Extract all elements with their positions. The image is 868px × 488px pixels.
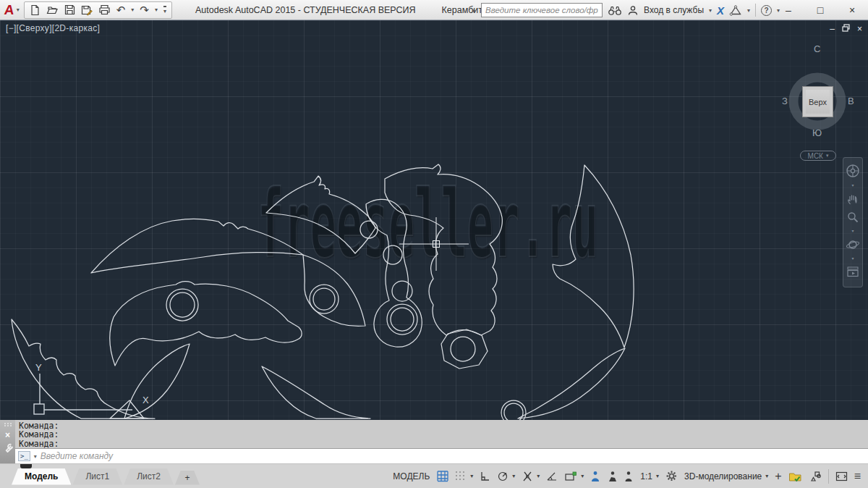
knife-outline[interactable] [366, 199, 422, 347]
a360-caret-icon[interactable]: ▾ [747, 7, 750, 14]
annotation-scale-button[interactable]: 1:1 [640, 471, 652, 481]
isolate-objects-icon[interactable] [809, 471, 822, 482]
hole-circle[interactable] [383, 245, 402, 264]
scale-caret-icon[interactable]: ▾ [656, 473, 659, 479]
annotation-visibility-toggle[interactable] [590, 471, 600, 482]
save-as-button[interactable] [81, 4, 93, 16]
hole-circle[interactable] [166, 289, 198, 321]
redo-caret-icon[interactable]: ▾ [155, 7, 158, 13]
viewcube-south[interactable]: Ю [812, 127, 822, 138]
tab-layout1[interactable]: Лист1 [72, 468, 122, 485]
dyninput-caret-icon[interactable]: ▾ [581, 473, 584, 479]
app-menu-button[interactable]: A ▾ [0, 3, 24, 17]
model-space-button[interactable]: МОДЕЛЬ [393, 471, 430, 481]
command-input[interactable] [41, 451, 865, 461]
object-snap-toggle[interactable] [522, 471, 533, 482]
hole-circle[interactable] [451, 337, 475, 361]
workspace-caret-icon[interactable]: ▾ [765, 473, 768, 479]
hole-circle[interactable] [310, 285, 339, 314]
viewcube-top-face[interactable]: Верх [802, 86, 833, 117]
maximize-button[interactable]: □ [804, 0, 836, 20]
knife-outline[interactable] [385, 164, 502, 335]
snap-mode-toggle[interactable] [455, 471, 467, 482]
knife-outline[interactable] [110, 282, 302, 366]
signin-button[interactable]: Вход в службы [644, 5, 704, 15]
wheel-caret-icon[interactable]: ▾ [851, 183, 854, 188]
a360-icon[interactable] [729, 5, 742, 16]
knife-outline[interactable] [124, 344, 190, 418]
signin-caret-icon[interactable]: ▾ [709, 7, 712, 14]
customization-menu-button[interactable]: ≡ [854, 471, 861, 482]
undo-button[interactable]: ↶ [116, 4, 126, 15]
workspace-gear-icon[interactable] [665, 470, 678, 482]
orbit-caret-icon[interactable]: ▾ [851, 256, 854, 261]
knife-outline[interactable] [553, 165, 634, 348]
command-close-icon[interactable]: × [5, 431, 10, 439]
viewcube[interactable]: С З В Ю Верх МСК ▾ [778, 42, 856, 164]
polar-caret-icon[interactable]: ▾ [512, 473, 515, 479]
zoom-icon[interactable] [846, 211, 859, 224]
zoom-caret-icon[interactable]: ▾ [851, 229, 854, 233]
angle-snap-toggle[interactable] [546, 471, 558, 481]
viewport-minimize-button[interactable]: – [830, 25, 835, 33]
viewcube-north[interactable]: С [814, 43, 820, 54]
new-file-button[interactable] [30, 4, 41, 16]
viewcube-east[interactable]: В [848, 96, 854, 106]
new-layout-button[interactable]: + [175, 471, 200, 485]
viewport-controls-label[interactable]: [−][Сверху][2D-каркас] [6, 23, 100, 33]
plot-button[interactable] [98, 4, 111, 15]
close-button[interactable]: × [836, 0, 868, 20]
open-file-button[interactable] [46, 4, 59, 15]
polar-tracking-toggle[interactable] [497, 471, 509, 482]
autoscale-annotations-toggle[interactable] [607, 471, 617, 482]
ortho-mode-toggle[interactable] [480, 471, 490, 481]
knife-outline[interactable] [518, 348, 625, 418]
hole-circle[interactable] [391, 308, 414, 331]
customization-plus-button[interactable]: + [775, 471, 781, 482]
steering-wheel-icon[interactable] [846, 164, 860, 178]
hole-circle[interactable] [170, 293, 195, 317]
workspace-switch-button[interactable]: 3D-моделирование [684, 471, 762, 481]
command-panel-grip[interactable]: × [0, 420, 15, 463]
hole-circle[interactable] [313, 288, 335, 310]
tray-settings-icon[interactable] [788, 471, 802, 482]
knife-outline-drawing: Y X [0, 20, 868, 420]
knife-outline[interactable] [91, 219, 303, 273]
viewport-restore-button[interactable] [842, 24, 850, 33]
status-bar: Модель Лист1 Лист2 + МОДЕЛЬ ▾ ▾ ▾ ▾ 1:1 … [0, 463, 868, 488]
snap-caret-icon[interactable]: ▾ [470, 473, 473, 479]
grid-display-toggle[interactable] [436, 470, 448, 482]
osnap-caret-icon[interactable]: ▾ [537, 473, 540, 479]
qat-customize-button[interactable]: ▾ [163, 6, 166, 14]
knife-outline[interactable] [12, 319, 155, 418]
annotation-scale-person-icon[interactable] [624, 471, 634, 482]
viewport-close-button[interactable]: × [857, 25, 862, 33]
tab-layout2[interactable]: Лист2 [124, 468, 174, 485]
search-expand-icon[interactable]: ▸ [473, 7, 476, 14]
ucs-dropdown-button[interactable]: МСК ▾ [800, 151, 836, 161]
recent-commands-caret-icon[interactable]: ▾ [34, 453, 37, 460]
orbit-icon[interactable] [846, 238, 860, 251]
viewcube-west[interactable]: З [782, 96, 788, 106]
command-customize-wrench-icon[interactable] [3, 443, 13, 453]
window-title: Autodesk AutoCAD 2015 - СТУДЕНЧЕСКАЯ ВЕР… [195, 0, 516, 20]
tab-model[interactable]: Модель [12, 468, 71, 485]
showmotion-icon[interactable] [846, 266, 859, 277]
clean-screen-icon[interactable] [835, 471, 848, 481]
hole-circle[interactable] [387, 304, 417, 335]
search-input[interactable] [481, 3, 603, 17]
title-bar: A ▾ ↶ ▾ ↷ ▾ ▾ Autodesk AutoCAD 2015 - СТ… [0, 0, 868, 20]
undo-caret-icon[interactable]: ▾ [131, 7, 134, 13]
knife-outline[interactable] [262, 366, 370, 418]
exchange-apps-icon[interactable]: X [717, 4, 724, 17]
search-binoculars-icon[interactable] [608, 5, 622, 16]
drawing-canvas[interactable]: freeseller.ru Y X [−][Сверху][2D-каркас]… [0, 20, 868, 420]
redo-button[interactable]: ↷ [140, 4, 149, 15]
save-button[interactable] [64, 4, 75, 15]
hole-circle[interactable] [392, 281, 412, 301]
help-button[interactable]: ? [761, 5, 772, 16]
dynamic-input-toggle[interactable] [564, 471, 577, 482]
minimize-button[interactable]: – [773, 0, 804, 20]
pan-hand-icon[interactable] [846, 193, 859, 206]
user-icon[interactable] [627, 5, 639, 16]
